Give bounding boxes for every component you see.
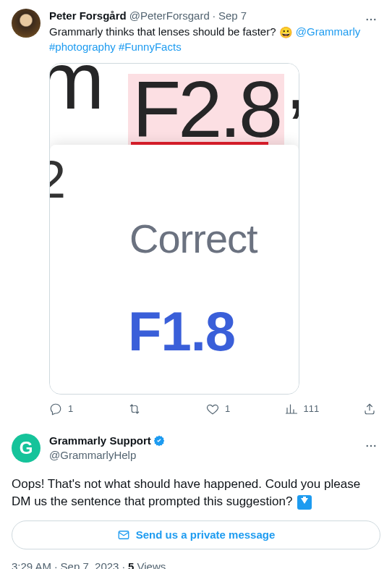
retweet-button[interactable] xyxy=(128,402,171,416)
image-partial-text: m xyxy=(50,74,101,88)
hashtag-link[interactable]: #FunnyFacts xyxy=(119,41,182,53)
image-suggestion-label: Correct xyxy=(129,232,257,246)
action-bar: 1 1 111 xyxy=(49,395,380,423)
views-icon xyxy=(285,402,298,416)
retweet-icon xyxy=(128,402,141,416)
tweet-full-date[interactable]: Sep 7, 2023 xyxy=(61,560,119,569)
share-button[interactable] xyxy=(363,402,376,416)
tweet-image[interactable]: m F2.8 , 2 Correct F1.8 xyxy=(49,63,299,395)
hashtag-link[interactable]: #photography xyxy=(49,41,116,53)
author-handle[interactable]: @PeterForsgard xyxy=(129,9,210,23)
reply-button[interactable]: 1 xyxy=(49,402,93,416)
reply-count: 1 xyxy=(68,402,73,416)
svg-point-4 xyxy=(370,445,372,447)
grinning-emoji: 😀 xyxy=(279,26,293,38)
svg-point-5 xyxy=(374,445,375,447)
dm-button-label: Send us a private message xyxy=(136,528,276,542)
image-trailing-text: , xyxy=(285,74,299,88)
views-button[interactable]: 111 xyxy=(285,402,328,416)
avatar[interactable] xyxy=(12,9,41,38)
image-top-region: m F2.8 , xyxy=(50,64,299,155)
tweet-date[interactable]: Sep 7 xyxy=(218,9,247,23)
svg-point-3 xyxy=(367,445,368,447)
svg-point-1 xyxy=(370,19,372,20)
down-arrow-emoji xyxy=(297,495,312,510)
like-count: 1 xyxy=(225,402,230,416)
like-button[interactable]: 1 xyxy=(206,402,250,416)
more-icon xyxy=(365,439,378,452)
send-dm-button[interactable]: Send us a private message xyxy=(12,520,380,549)
svg-point-2 xyxy=(374,19,375,20)
tweet-text: Oops! That's not what should have happen… xyxy=(0,465,392,515)
main-tweet: G Grammarly Support @GrammarlyHelp xyxy=(0,426,392,465)
author-name: Grammarly Support xyxy=(49,434,151,448)
more-options-button[interactable] xyxy=(359,7,383,32)
tweet-header: Peter Forsgård @PeterForsgard · Sep 7 xyxy=(49,9,380,23)
more-options-button[interactable] xyxy=(359,434,383,458)
svg-point-0 xyxy=(367,19,368,20)
separator-dot: · xyxy=(54,560,60,569)
image-suggestion-card: 2 Correct F1.8 xyxy=(50,145,299,394)
more-icon xyxy=(365,13,378,26)
image-suggestion-value: F1.8 xyxy=(128,324,235,339)
view-count: 111 xyxy=(304,402,320,416)
parent-tweet[interactable]: Peter Forsgård @PeterForsgard · Sep 7 Gr… xyxy=(0,0,392,426)
author-name[interactable]: Peter Forsgård xyxy=(49,9,127,23)
views-count: 5 xyxy=(128,560,134,569)
separator-dot: · xyxy=(213,9,216,23)
author-handle[interactable]: @GrammarlyHelp xyxy=(49,448,380,463)
reply-icon xyxy=(49,402,62,416)
mention-link[interactable]: @Grammarly xyxy=(296,25,360,38)
author-name-row[interactable]: Grammarly Support xyxy=(49,434,380,448)
envelope-icon xyxy=(117,528,130,541)
image-stray-digit: 2 xyxy=(49,172,66,187)
tweet-time[interactable]: 3:29 AM xyxy=(12,560,51,569)
avatar[interactable]: G xyxy=(12,434,41,463)
tweet-text: Grammarly thinks that lenses should be f… xyxy=(49,25,380,54)
tweet-text-part: Grammarly thinks that lenses should be f… xyxy=(49,25,279,38)
share-icon xyxy=(363,402,376,416)
separator-dot: · xyxy=(122,560,128,569)
views-label: Views xyxy=(137,560,166,569)
heart-icon xyxy=(206,402,219,416)
tweet-meta: 3:29 AM · Sep 7, 2023 · 5 Views xyxy=(0,549,392,569)
image-highlighted-text: F2.8 xyxy=(128,74,284,145)
verified-badge-icon xyxy=(153,434,166,447)
